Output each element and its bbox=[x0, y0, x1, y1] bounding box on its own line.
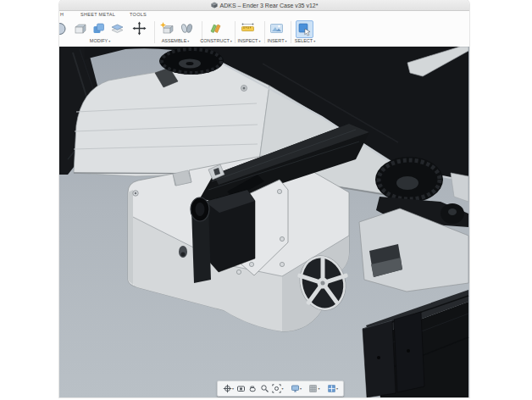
screenshot-stage: ADKS – Ender 3 Rear Case v35 v12* H SHEE… bbox=[0, 0, 532, 400]
ribbon-separator bbox=[154, 21, 155, 43]
leveling-wheel-right[interactable] bbox=[375, 157, 443, 203]
inspect-group-label[interactable]: INSPECT▾ bbox=[238, 38, 261, 43]
tab-partial[interactable]: H bbox=[60, 12, 64, 17]
split-body-icon[interactable] bbox=[110, 21, 125, 36]
ribbon-separator bbox=[235, 21, 236, 43]
insert-group-label[interactable]: INSERT▾ bbox=[267, 38, 286, 43]
modify-group-label[interactable]: MODIFY▾ bbox=[90, 38, 110, 43]
pan-icon[interactable] bbox=[247, 382, 259, 395]
new-component-icon[interactable] bbox=[159, 21, 174, 36]
insert-image-icon[interactable] bbox=[269, 21, 284, 36]
window-titlebar[interactable]: ADKS – Ender 3 Rear Case v35 v12* bbox=[59, 0, 469, 11]
motor-pulley[interactable] bbox=[191, 197, 209, 221]
fit-icon[interactable]: ▾ bbox=[271, 382, 285, 395]
case-screw-center bbox=[135, 192, 137, 195]
right-knob-hub bbox=[448, 208, 457, 215]
case-screw-hole bbox=[236, 269, 241, 274]
construction-plane-icon[interactable] bbox=[208, 21, 223, 36]
case-keyhole-center bbox=[181, 253, 186, 257]
move-icon[interactable] bbox=[132, 21, 147, 36]
look-at-icon[interactable] bbox=[236, 382, 247, 395]
3d-viewport-canvas[interactable] bbox=[59, 47, 469, 397]
orbit-icon[interactable]: ▾ bbox=[221, 382, 236, 395]
document-cube-icon bbox=[211, 2, 218, 8]
3d-scene bbox=[59, 47, 469, 397]
tab-sheet-metal[interactable]: SHEET METAL bbox=[80, 12, 115, 17]
ribbon-toolbar: H SHEET METAL TOOLS bbox=[59, 11, 469, 47]
case-screw-hole bbox=[280, 262, 284, 266]
view-navigation-bar: ▾ bbox=[217, 381, 344, 397]
select-cursor-icon[interactable] bbox=[296, 20, 313, 38]
slab-screw-center bbox=[243, 87, 246, 90]
press-pull-icon[interactable] bbox=[59, 21, 67, 36]
fusion360-window: ADKS – Ender 3 Rear Case v35 v12* H SHEE… bbox=[59, 0, 469, 397]
ribbon-separator bbox=[264, 21, 265, 43]
zoom-icon[interactable] bbox=[259, 382, 271, 395]
window-title: ADKS – Ender 3 Rear Case v35 v12* bbox=[220, 3, 319, 8]
measure-icon[interactable] bbox=[241, 21, 255, 36]
leveling-wheel-rear[interactable] bbox=[159, 47, 224, 75]
combine-icon[interactable] bbox=[91, 21, 106, 36]
viewports-icon[interactable]: ▾ bbox=[325, 382, 340, 395]
joint-icon[interactable] bbox=[180, 21, 194, 36]
tab-tools[interactable]: TOOLS bbox=[130, 12, 147, 17]
construct-group-label[interactable]: CONSTRUCT▾ bbox=[200, 38, 232, 43]
assemble-group-label[interactable]: ASSEMBLE▾ bbox=[162, 38, 190, 43]
grid-and-snaps-icon[interactable]: ▾ bbox=[308, 382, 322, 395]
select-group-label[interactable]: SELECT▾ bbox=[295, 38, 315, 43]
ribbon-separator bbox=[291, 21, 291, 43]
display-settings-icon[interactable]: ▾ bbox=[289, 382, 303, 395]
shell-icon[interactable] bbox=[73, 21, 87, 36]
stepper-motor[interactable] bbox=[205, 190, 255, 272]
